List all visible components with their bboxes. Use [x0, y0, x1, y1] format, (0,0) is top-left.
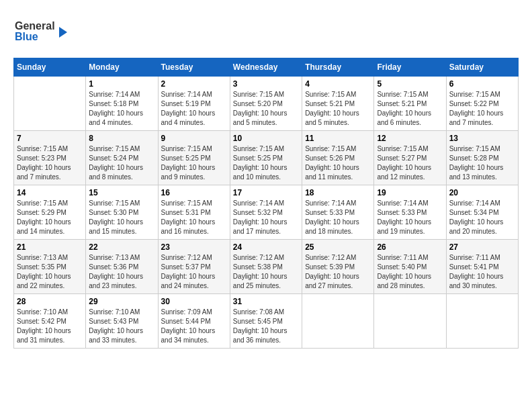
day-info: Sunrise: 7:09 AM Sunset: 5:44 PM Dayligh…: [161, 308, 227, 345]
calendar-week-row: 1Sunrise: 7:14 AM Sunset: 5:18 PM Daylig…: [14, 77, 519, 131]
calendar-cell: 1Sunrise: 7:14 AM Sunset: 5:18 PM Daylig…: [86, 77, 158, 131]
calendar-cell: 7Sunrise: 7:15 AM Sunset: 5:23 PM Daylig…: [14, 131, 86, 185]
day-info: Sunrise: 7:10 AM Sunset: 5:42 PM Dayligh…: [17, 308, 83, 345]
calendar-cell: 29Sunrise: 7:10 AM Sunset: 5:43 PM Dayli…: [86, 294, 158, 349]
calendar-cell: 16Sunrise: 7:15 AM Sunset: 5:31 PM Dayli…: [158, 185, 230, 240]
calendar-cell: [14, 77, 86, 131]
day-info: Sunrise: 7:15 AM Sunset: 5:20 PM Dayligh…: [233, 90, 299, 128]
day-number: 16: [161, 188, 227, 197]
calendar-cell: 17Sunrise: 7:14 AM Sunset: 5:32 PM Dayli…: [230, 185, 302, 240]
day-header-monday: Monday: [86, 58, 158, 77]
day-info: Sunrise: 7:13 AM Sunset: 5:35 PM Dayligh…: [17, 253, 83, 291]
calendar-cell: 23Sunrise: 7:12 AM Sunset: 5:37 PM Dayli…: [158, 240, 230, 294]
calendar-cell: 18Sunrise: 7:14 AM Sunset: 5:33 PM Dayli…: [302, 185, 374, 240]
calendar-week-row: 21Sunrise: 7:13 AM Sunset: 5:35 PM Dayli…: [14, 240, 519, 294]
day-number: 10: [233, 134, 299, 143]
day-info: Sunrise: 7:15 AM Sunset: 5:25 PM Dayligh…: [233, 144, 299, 182]
day-info: Sunrise: 7:15 AM Sunset: 5:26 PM Dayligh…: [305, 144, 371, 182]
day-header-friday: Friday: [374, 58, 446, 77]
day-header-tuesday: Tuesday: [158, 58, 230, 77]
day-number: 13: [449, 134, 515, 143]
day-info: Sunrise: 7:15 AM Sunset: 5:25 PM Dayligh…: [161, 144, 227, 182]
day-info: Sunrise: 7:15 AM Sunset: 5:21 PM Dayligh…: [305, 90, 371, 128]
day-number: 14: [17, 188, 83, 197]
day-number: 9: [161, 134, 227, 143]
day-header-wednesday: Wednesday: [230, 58, 302, 77]
day-header-saturday: Saturday: [446, 58, 518, 77]
day-info: Sunrise: 7:12 AM Sunset: 5:38 PM Dayligh…: [233, 253, 299, 291]
day-number: 17: [233, 188, 299, 197]
calendar-cell: 28Sunrise: 7:10 AM Sunset: 5:42 PM Dayli…: [14, 294, 86, 349]
calendar-cell: 25Sunrise: 7:12 AM Sunset: 5:39 PM Dayli…: [302, 240, 374, 294]
day-number: 11: [305, 134, 371, 143]
day-info: Sunrise: 7:11 AM Sunset: 5:40 PM Dayligh…: [377, 253, 443, 291]
day-number: 23: [161, 242, 227, 252]
day-info: Sunrise: 7:15 AM Sunset: 5:30 PM Dayligh…: [89, 199, 154, 236]
day-info: Sunrise: 7:14 AM Sunset: 5:33 PM Dayligh…: [377, 199, 443, 236]
calendar-cell: 20Sunrise: 7:14 AM Sunset: 5:34 PM Dayli…: [446, 185, 518, 240]
day-number: 19: [377, 188, 443, 197]
calendar-table: SundayMondayTuesdayWednesdayThursdayFrid…: [13, 58, 519, 349]
svg-marker-2: [59, 27, 67, 38]
day-info: Sunrise: 7:12 AM Sunset: 5:37 PM Dayligh…: [161, 253, 227, 291]
calendar-cell: 10Sunrise: 7:15 AM Sunset: 5:25 PM Dayli…: [230, 131, 302, 185]
day-number: 26: [377, 242, 443, 252]
calendar-cell: 6Sunrise: 7:15 AM Sunset: 5:22 PM Daylig…: [446, 77, 518, 131]
calendar-cell: 8Sunrise: 7:15 AM Sunset: 5:24 PM Daylig…: [86, 131, 158, 185]
calendar-cell: 27Sunrise: 7:11 AM Sunset: 5:41 PM Dayli…: [446, 240, 518, 294]
calendar-cell: 21Sunrise: 7:13 AM Sunset: 5:35 PM Dayli…: [14, 240, 86, 294]
calendar-cell: [446, 294, 518, 349]
day-info: Sunrise: 7:10 AM Sunset: 5:43 PM Dayligh…: [89, 308, 154, 345]
day-info: Sunrise: 7:15 AM Sunset: 5:22 PM Dayligh…: [449, 90, 515, 128]
calendar-cell: 3Sunrise: 7:15 AM Sunset: 5:20 PM Daylig…: [230, 77, 302, 131]
day-info: Sunrise: 7:15 AM Sunset: 5:29 PM Dayligh…: [17, 199, 83, 236]
calendar-week-row: 7Sunrise: 7:15 AM Sunset: 5:23 PM Daylig…: [14, 131, 519, 185]
day-number: 21: [17, 242, 83, 252]
calendar-cell: 9Sunrise: 7:15 AM Sunset: 5:25 PM Daylig…: [158, 131, 230, 185]
day-header-thursday: Thursday: [302, 58, 374, 77]
day-info: Sunrise: 7:11 AM Sunset: 5:41 PM Dayligh…: [449, 253, 515, 291]
day-number: 31: [233, 297, 299, 306]
day-info: Sunrise: 7:14 AM Sunset: 5:18 PM Dayligh…: [89, 90, 154, 128]
calendar-cell: 14Sunrise: 7:15 AM Sunset: 5:29 PM Dayli…: [14, 185, 86, 240]
day-number: 15: [89, 188, 154, 197]
page-header: General Blue: [13, 13, 519, 47]
day-info: Sunrise: 7:15 AM Sunset: 5:23 PM Dayligh…: [17, 144, 83, 182]
calendar-week-row: 28Sunrise: 7:10 AM Sunset: 5:42 PM Dayli…: [14, 294, 519, 349]
calendar-cell: [374, 294, 446, 349]
calendar-cell: 24Sunrise: 7:12 AM Sunset: 5:38 PM Dayli…: [230, 240, 302, 294]
calendar-cell: 31Sunrise: 7:08 AM Sunset: 5:45 PM Dayli…: [230, 294, 302, 349]
generalblue-logo: General Blue: [13, 13, 74, 47]
day-info: Sunrise: 7:15 AM Sunset: 5:31 PM Dayligh…: [161, 199, 227, 236]
calendar-cell: 30Sunrise: 7:09 AM Sunset: 5:44 PM Dayli…: [158, 294, 230, 349]
day-number: 1: [89, 79, 154, 89]
day-number: 30: [161, 297, 227, 306]
day-number: 12: [377, 134, 443, 143]
day-number: 25: [305, 242, 371, 252]
calendar-cell: 5Sunrise: 7:15 AM Sunset: 5:21 PM Daylig…: [374, 77, 446, 131]
day-info: Sunrise: 7:14 AM Sunset: 5:32 PM Dayligh…: [233, 199, 299, 236]
day-number: 6: [449, 79, 515, 89]
day-number: 5: [377, 79, 443, 89]
day-number: 4: [305, 79, 371, 89]
calendar-cell: 2Sunrise: 7:14 AM Sunset: 5:19 PM Daylig…: [158, 77, 230, 131]
day-info: Sunrise: 7:15 AM Sunset: 5:24 PM Dayligh…: [89, 144, 154, 182]
calendar-header-row: SundayMondayTuesdayWednesdayThursdayFrid…: [14, 58, 519, 77]
day-number: 18: [305, 188, 371, 197]
calendar-cell: 15Sunrise: 7:15 AM Sunset: 5:30 PM Dayli…: [86, 185, 158, 240]
calendar-cell: 11Sunrise: 7:15 AM Sunset: 5:26 PM Dayli…: [302, 131, 374, 185]
calendar-cell: 26Sunrise: 7:11 AM Sunset: 5:40 PM Dayli…: [374, 240, 446, 294]
day-number: 22: [89, 242, 154, 252]
calendar-cell: 4Sunrise: 7:15 AM Sunset: 5:21 PM Daylig…: [302, 77, 374, 131]
day-number: 29: [89, 297, 154, 306]
calendar-week-row: 14Sunrise: 7:15 AM Sunset: 5:29 PM Dayli…: [14, 185, 519, 240]
day-number: 27: [449, 242, 515, 252]
day-number: 20: [449, 188, 515, 197]
day-info: Sunrise: 7:08 AM Sunset: 5:45 PM Dayligh…: [233, 308, 299, 345]
day-number: 3: [233, 79, 299, 89]
logo: General Blue: [13, 13, 74, 47]
day-number: 7: [17, 134, 83, 143]
day-info: Sunrise: 7:14 AM Sunset: 5:33 PM Dayligh…: [305, 199, 371, 236]
day-number: 2: [161, 79, 227, 89]
day-number: 24: [233, 242, 299, 252]
